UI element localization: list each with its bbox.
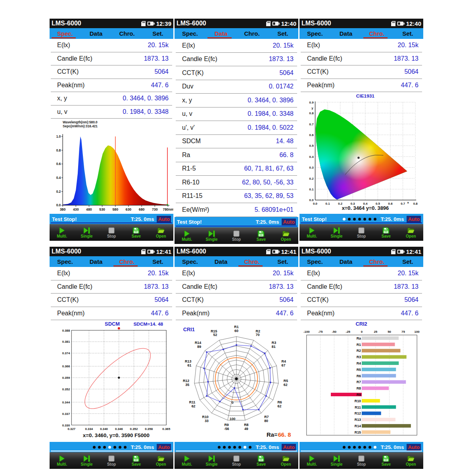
tab-spec[interactable]: Spec. [299,28,330,39]
save-button[interactable]: Save [249,452,273,469]
tab-set[interactable]: Set. [142,28,173,39]
stop-button[interactable]: Stop [224,452,249,469]
save-button[interactable]: Save [124,452,148,469]
data-table: E(lx)20. 15kCandle E(fc)1873. 13CCT(K)50… [50,39,173,119]
row-label: CCT(K) [57,296,79,303]
page-dot [358,446,361,449]
toolbar-button-label: Multi. [57,462,67,466]
save-button[interactable]: Save [124,224,148,241]
multi-button[interactable]: Multi. [50,452,74,469]
row-label: Peak(nm) [57,82,84,89]
integration-time: T:25. 0ms [256,219,279,225]
single-button[interactable]: Single [324,452,349,469]
open-button[interactable]: Open [399,224,423,241]
auto-badge[interactable]: Auto [282,219,296,225]
page-dot [119,446,121,449]
titlebar: LMS-6000 12:41 [175,247,298,256]
page-dot [93,446,96,449]
stop-button[interactable]: Stop [99,224,124,241]
tab-data[interactable]: Data [81,256,111,267]
page-dots[interactable] [92,446,128,449]
toolbar-button-label: Multi. [57,234,67,238]
tab-spec[interactable]: Spec. [50,28,81,39]
open-button[interactable]: Open [274,452,298,469]
save-button[interactable]: Save [249,227,273,244]
integration-time: T:25. 0ms [256,444,279,450]
tab-set[interactable]: Set. [142,256,173,267]
save-icon [382,455,390,462]
svg-text:R12: R12 [183,379,189,383]
multi-button[interactable]: Multi. [299,452,324,469]
stop-button[interactable]: Stop [349,452,374,469]
single-button[interactable]: Single [74,224,99,241]
status-underline [301,223,422,223]
toolbar-button-label: Save [257,237,266,242]
tab-chro[interactable]: Chro. [111,28,142,39]
table-row: E(lx)20. 15k [301,39,422,52]
tab-chro[interactable]: Chro. [111,256,142,267]
open-button[interactable]: Open [399,452,423,469]
tab-set[interactable]: Set. [392,28,423,39]
svg-text:680: 680 [139,207,145,211]
svg-text:0.337: 0.337 [62,412,70,416]
page-dots[interactable] [217,446,253,449]
auto-badge[interactable]: Auto [407,444,421,451]
open-button[interactable]: Open [149,224,173,241]
tab-data[interactable]: Data [81,28,111,39]
svg-text:R13: R13 [355,418,361,422]
svg-text:0.0: 0.0 [313,202,318,205]
tab-set[interactable]: Set. [267,256,298,267]
multi-button[interactable]: Multi. [50,224,74,241]
page-dot [348,218,351,221]
stop-button[interactable]: Stop [224,227,249,244]
toolbar: Multi.SingleStopSaveOpen [299,224,423,241]
svg-text:0.8: 0.8 [309,111,314,115]
tab-chro[interactable]: Chro. [361,256,392,267]
svg-text:0.2: 0.2 [309,177,314,180]
svg-text:0.0: 0.0 [309,198,314,202]
table-row: Duv0. 01742 [176,80,297,94]
single-button[interactable]: Single [199,452,224,469]
single-button[interactable]: Single [324,224,349,241]
tab-spec[interactable]: Spec. [299,256,330,267]
multi-button[interactable]: Multi. [175,227,199,244]
tab-chro[interactable]: Chro. [361,28,392,39]
tab-data[interactable]: Data [330,256,361,267]
stop-button[interactable]: Stop [349,224,374,241]
tab-spec[interactable]: Spec. [175,28,205,39]
tab-spec[interactable]: Spec. [50,256,81,267]
auto-badge[interactable]: Auto [282,444,296,451]
tab-data[interactable]: Data [330,28,361,39]
page-dots[interactable] [342,446,378,449]
save-button[interactable]: Save [374,224,398,241]
save-button[interactable]: Save [374,452,398,469]
auto-badge[interactable]: Auto [157,444,171,451]
page-dots[interactable] [342,218,378,221]
status-bar: Test Stop! T:25. 0ms Auto [175,217,298,227]
tab-set[interactable]: Set. [392,256,423,267]
auto-badge[interactable]: Auto [157,216,171,223]
save-icon [132,227,140,234]
tab-set[interactable]: Set. [267,28,298,39]
tab-data[interactable]: Data [205,256,236,267]
table-row: x, y0. 3464, 0. 3896 [51,92,172,106]
open-button[interactable]: Open [149,452,173,469]
status-underline [301,451,422,451]
single-button[interactable]: Single [74,452,99,469]
multi-button[interactable]: Multi. [299,224,324,241]
tab-chro[interactable]: Chro. [236,256,267,267]
single-button[interactable]: Single [199,227,224,244]
multi-button[interactable]: Multi. [175,452,199,469]
tab-data[interactable]: Data [205,28,236,39]
auto-badge[interactable]: Auto [407,216,421,223]
svg-text:Sepc(mW/nm):316.421: Sepc(mW/nm):316.421 [63,124,98,128]
stop-button[interactable]: Stop [99,452,124,469]
tab-chro[interactable]: Chro. [236,28,267,39]
row-label: Candle E(fc) [182,56,217,63]
open-button[interactable]: Open [274,227,298,244]
svg-text:R2: R2 [357,349,361,353]
tab-spec[interactable]: Spec. [175,256,205,267]
page-dot [108,446,111,449]
row-label: Peak(nm) [182,310,209,317]
titlebar-right: 12:41 [141,248,171,255]
